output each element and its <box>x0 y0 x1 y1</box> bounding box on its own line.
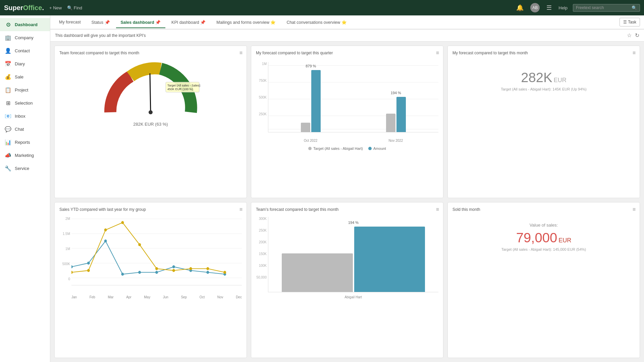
tab-kpi-dashboard[interactable]: KPI dashboard 📌 <box>167 17 210 28</box>
svg-point-14 <box>121 273 124 276</box>
svg-point-23 <box>104 229 107 232</box>
task-button[interactable]: ☰ Task <box>620 18 640 26</box>
reports-icon: 📊 <box>5 139 11 145</box>
teams-forecast-month-card: Team's forecast compared to target this … <box>251 202 443 358</box>
x-labels: Oct 2022 Nov 2022 <box>268 139 438 142</box>
star-icon[interactable]: ☆ <box>627 32 632 39</box>
inbox-icon: 📧 <box>5 113 11 119</box>
gauge-value: 282K EUR (63 %) <box>133 122 168 127</box>
teams-bar-group: 194 % <box>282 221 425 292</box>
avatar[interactable]: AB <box>530 3 540 12</box>
sidebar-item-contact[interactable]: 👤 Contact <box>0 44 50 57</box>
sidebar-item-sale[interactable]: 💰 Sale <box>0 70 50 83</box>
sidebar-item-service[interactable]: 🔧 Service <box>0 162 50 175</box>
sales-ytd-title: Sales YTD compared with last year for my… <box>59 207 242 212</box>
sidebar: ⊙ Dashboard 🏢 Company 👤 Contact 📅 Diary … <box>0 15 50 362</box>
card-menu-quarter[interactable]: ≡ <box>436 50 439 56</box>
bar-amount-oct <box>311 70 321 132</box>
search-input[interactable] <box>576 5 630 10</box>
sidebar-item-project[interactable]: 📋 Project <box>0 83 50 97</box>
sidebar-item-company[interactable]: 🏢 Company <box>0 31 50 44</box>
sidebar-item-marketing[interactable]: 📣 Marketing <box>0 149 50 162</box>
chat-icon: 💬 <box>5 126 11 132</box>
search-box[interactable]: 🔍 <box>573 4 640 12</box>
layout: ⊙ Dashboard 🏢 Company 👤 Contact 📅 Diary … <box>0 15 644 362</box>
forecast-month-value: 282KEUR <box>521 70 566 85</box>
team-forecast-title: Team forecast compared to target this mo… <box>59 51 242 55</box>
my-forecast-month-title: My forecast compared to target this mont… <box>452 51 635 55</box>
dashboard-toolbar: This dashboard will give you all the imp… <box>50 29 644 42</box>
tab-mailings-forms[interactable]: Mailings and forms overview ⭐ <box>212 17 280 28</box>
card-menu-team-forecast[interactable]: ≡ <box>239 50 243 56</box>
svg-point-13 <box>104 240 107 243</box>
svg-point-28 <box>190 267 192 270</box>
svg-point-25 <box>138 243 141 246</box>
find-button[interactable]: 🔍 Find <box>67 5 82 10</box>
sold-month-number-container: Value of sales: 79,000EUR Target (All sa… <box>452 215 635 259</box>
svg-point-1 <box>149 110 153 114</box>
new-button[interactable]: + New <box>49 5 62 10</box>
sold-month-title: Sold this month <box>452 207 635 212</box>
main-content: My forecast Status 📌 Sales dashboard 📌 K… <box>50 15 644 362</box>
sidebar-item-inbox[interactable]: 📧 Inbox <box>0 110 50 123</box>
sales-ytd-card: Sales YTD compared with last year for my… <box>54 202 247 358</box>
sidebar-label: Reports <box>15 140 30 145</box>
sidebar-label: Sale <box>15 74 23 79</box>
dashboard-actions: ☆ ↻ <box>627 32 639 39</box>
bar-legend: Target (All sales - Abigail Hart) Amount <box>256 146 438 150</box>
tab-chat-overview[interactable]: Chat conversations overview ⭐ <box>282 17 351 28</box>
sale-icon: 💰 <box>5 74 11 80</box>
svg-point-21 <box>71 271 73 274</box>
sidebar-item-reports[interactable]: 📊 Reports <box>0 136 50 149</box>
svg-point-26 <box>155 267 158 270</box>
tab-my-forecast[interactable]: My forecast <box>54 17 86 28</box>
big-number-container: 282KEUR Target (All sales - Abigail Hart… <box>452 59 635 102</box>
contact-icon: 👤 <box>5 48 11 54</box>
sidebar-item-dashboard[interactable]: ⊙ Dashboard <box>0 18 50 31</box>
sidebar-item-selection[interactable]: ⊞ Selection <box>0 97 50 110</box>
sidebar-label: Project <box>15 87 28 93</box>
dashboard-grid: Team forecast compared to target this mo… <box>50 42 644 362</box>
sidebar-item-chat[interactable]: 💬 Chat <box>0 123 50 136</box>
diary-icon: 📅 <box>5 61 11 67</box>
company-icon: 🏢 <box>5 35 11 41</box>
teams-forecast-month-title: Team's forecast compared to target this … <box>256 207 438 212</box>
card-menu-ytd[interactable]: ≡ <box>239 206 243 213</box>
svg-point-11 <box>71 265 73 268</box>
messages-icon[interactable]: ☰ <box>545 3 553 13</box>
sidebar-label: Dashboard <box>15 22 38 27</box>
card-menu-sold[interactable]: ≡ <box>633 206 636 213</box>
svg-point-27 <box>172 269 175 272</box>
help-button[interactable]: Help <box>558 5 568 10</box>
sidebar-label: Chat <box>15 127 24 132</box>
line-chart-svg <box>71 215 242 289</box>
sidebar-item-diary[interactable]: 📅 Diary <box>0 57 50 70</box>
gauge-container: Target (All sales - Sales): 450K EUR (10… <box>59 59 242 130</box>
sidebar-label: Contact <box>15 48 30 53</box>
value-of-sales-label: Value of sales: <box>530 223 558 228</box>
svg-point-15 <box>138 271 141 274</box>
notifications-icon[interactable]: 🔔 <box>515 3 525 13</box>
teams-bar-amount <box>354 227 425 292</box>
project-icon: 📋 <box>5 87 11 93</box>
dashboard-subtitle: This dashboard will give you all the imp… <box>55 33 146 38</box>
forecast-month-sub: Target (All sales - Abigail Hart): 145K … <box>501 87 587 91</box>
my-forecast-month-card: My forecast compared to target this mont… <box>447 46 640 198</box>
bar-amount-nov <box>396 97 406 132</box>
topbar: SuperOffice. + New 🔍 Find 🔔 AB ☰ Help 🔍 <box>0 0 644 15</box>
teams-bar-target <box>282 253 353 292</box>
svg-point-29 <box>206 267 209 270</box>
selection-icon: ⊞ <box>5 100 11 106</box>
refresh-icon[interactable]: ↻ <box>635 32 639 39</box>
sold-month-value: 79,000EUR <box>516 230 571 245</box>
sold-month-sub: Target (All sales - Abigail Hart): 145,0… <box>501 247 586 251</box>
tab-status[interactable]: Status 📌 <box>87 17 115 28</box>
tab-sales-dashboard[interactable]: Sales dashboard 📌 <box>116 17 166 28</box>
my-forecast-quarter-title: My forecast compared to target this quar… <box>256 51 438 55</box>
sidebar-label: Service <box>15 166 29 171</box>
card-menu-teams-forecast[interactable]: ≡ <box>436 206 439 213</box>
card-menu-month[interactable]: ≡ <box>633 50 636 56</box>
svg-point-17 <box>172 265 175 268</box>
svg-text:450K EUR (100 %): 450K EUR (100 %) <box>167 87 193 91</box>
bar-group-oct: 879 % <box>275 64 347 132</box>
